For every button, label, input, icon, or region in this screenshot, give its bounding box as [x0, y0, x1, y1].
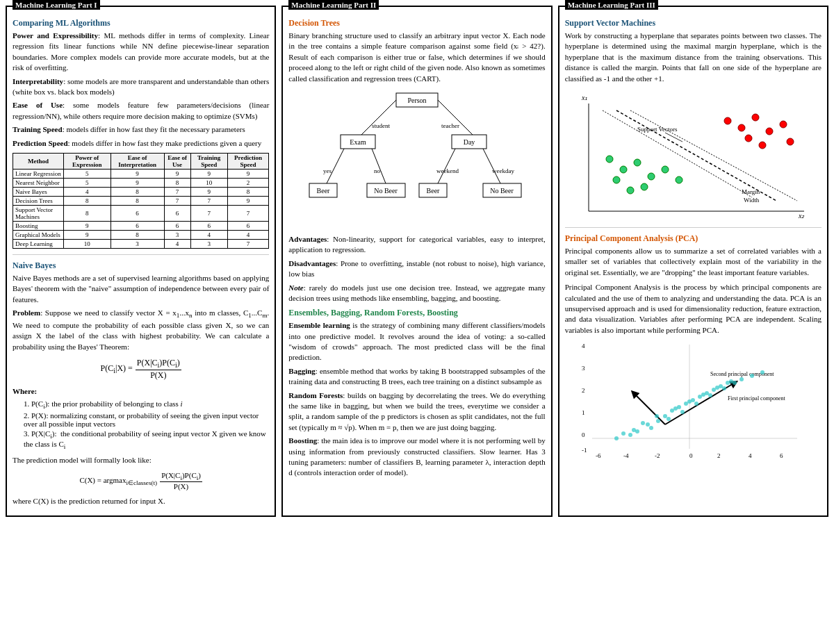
svg-point-94	[739, 377, 744, 381]
boosting: Boosting: the main idea is to improve ou…	[288, 436, 545, 479]
table-cell: 2	[227, 178, 269, 187]
disadvantages: Disadvantages: Prone to overfitting, ins…	[288, 258, 545, 280]
random-forests: Random Forests: builds on bagging by dec…	[288, 390, 545, 434]
svg-point-99	[701, 393, 705, 397]
algorithm-comparison-table: Method Power of Expression Ease of Inter…	[13, 153, 269, 249]
svg-text:Beer: Beer	[427, 187, 441, 195]
table-row: Naive Bayes48798	[13, 187, 269, 196]
svg-point-49	[662, 166, 669, 173]
table-cell: 5	[63, 169, 111, 178]
svg-line-30	[616, 110, 776, 201]
svg-point-44	[787, 138, 794, 145]
svg-point-74	[646, 422, 650, 427]
prediction-speed: Prediction Speed: models differ in how f…	[13, 138, 269, 149]
svg-text:No Beer: No Beer	[374, 187, 398, 195]
where-item-3: 3. P(X|Ci): the conditional probability …	[24, 429, 269, 450]
table-row: Graphical Models98344	[13, 230, 269, 239]
table-cell: 4	[63, 187, 111, 196]
svm-content: Work by constructing a hyperplane that s…	[565, 31, 821, 84]
svg-text:4: 4	[582, 342, 585, 349]
svg-point-45	[606, 156, 613, 163]
column-1: Machine Learning Part I Comparing ML Alg…	[6, 6, 276, 517]
table-cell: 9	[63, 230, 111, 239]
svg-text:3: 3	[582, 365, 585, 372]
svg-point-50	[613, 176, 620, 183]
svg-point-40	[766, 128, 773, 135]
pca-intro: Principal components allow us to summari…	[565, 246, 821, 278]
ease-of-use: Ease of Use: some models feature few par…	[13, 100, 269, 122]
table-cell: 8	[111, 187, 164, 196]
svg-text:x₁: x₁	[581, 94, 587, 101]
svg-line-15	[483, 149, 500, 183]
col-pred: Prediction Speed	[227, 153, 269, 169]
page-container: Machine Learning Part I Comparing ML Alg…	[0, 0, 834, 522]
svg-text:-6: -6	[596, 452, 601, 459]
svg-point-98	[687, 399, 692, 404]
svg-text:Person: Person	[407, 97, 426, 104]
table-cell: 5	[63, 178, 111, 187]
table-cell: Decision Trees	[13, 196, 64, 205]
advantages: Advantages: Non-linearity, support for c…	[288, 234, 545, 256]
col3-header: Machine Learning Part III	[565, 0, 658, 10]
svg-point-95	[641, 421, 645, 425]
table-cell: 7	[227, 239, 269, 248]
table-cell: 8	[227, 187, 269, 196]
svg-point-91	[708, 393, 712, 397]
svg-point-83	[712, 388, 716, 392]
naive-bayes-section: Naive Bayes Naive Bayes methods are a se…	[13, 261, 269, 507]
table-cell: 10	[63, 239, 111, 248]
svg-point-76	[663, 414, 667, 418]
svg-text:Exam: Exam	[350, 138, 366, 146]
table-row: Boosting96666	[13, 221, 269, 230]
table-cell: 9	[227, 169, 269, 178]
svg-point-51	[627, 187, 634, 194]
table-cell: Boosting	[13, 221, 64, 230]
svg-line-32	[630, 110, 797, 201]
svg-line-14	[438, 149, 455, 183]
prediction-intro: The prediction model will formally look …	[13, 455, 269, 465]
svg-text:First principal component: First principal component	[728, 395, 785, 402]
interpretability: Interpretability: some models are more t…	[13, 76, 269, 98]
svg-line-11	[372, 149, 386, 183]
table-cell: 6	[164, 221, 190, 230]
ensembles-title: Ensembles, Bagging, Random Forests, Boos…	[288, 308, 545, 318]
table-row: Nearest Neighbor598102	[13, 178, 269, 187]
table-cell: 7	[164, 187, 190, 196]
col-method: Method	[13, 153, 64, 169]
table-cell: 9	[190, 187, 227, 196]
svg-text:no: no	[374, 167, 381, 174]
pca-chart: 4 3 2 1 0 -1 -6 -4 -2 0 2 4 6	[565, 341, 821, 459]
svg-text:Day: Day	[464, 138, 475, 146]
table-cell: 4	[164, 239, 190, 248]
svg-point-77	[670, 408, 674, 413]
svg-point-38	[738, 124, 745, 131]
svg-text:-2: -2	[655, 452, 660, 459]
table-cell: 6	[111, 205, 164, 221]
svg-point-37	[724, 117, 731, 124]
col-training: Training Speed	[190, 153, 227, 169]
table-cell: 3	[164, 230, 190, 239]
svg-text:2: 2	[582, 387, 585, 394]
table-cell: 9	[63, 221, 111, 230]
pca-title: Principal Component Analysis (PCA)	[565, 233, 821, 244]
svm-svg: x₁ x₂ Support Vectors Margin Width	[575, 90, 811, 222]
table-row: Decision Trees88779	[13, 196, 269, 205]
table-cell: Support Vector Machines	[13, 205, 64, 221]
svg-line-10	[327, 149, 344, 183]
table-cell: 3	[190, 239, 227, 248]
svg-point-103	[760, 370, 764, 374]
col-ease: Ease of Use	[164, 153, 190, 169]
svg-text:1: 1	[582, 409, 585, 416]
table-cell: 4	[227, 230, 269, 239]
cx-description: where C(X) is the prediction returned fo…	[13, 496, 269, 506]
svg-text:Beer: Beer	[317, 187, 331, 195]
col-power: Power of Expression	[63, 153, 111, 169]
svg-text:x₂: x₂	[798, 212, 805, 220]
svg-point-102	[750, 374, 754, 378]
table-cell: 8	[164, 178, 190, 187]
svg-line-2	[361, 100, 396, 135]
where-label: Where:	[13, 386, 269, 397]
naive-bayes-intro: Naive Bayes methods are a set of supervi…	[13, 273, 269, 305]
svg-point-92	[722, 386, 726, 390]
svg-point-90	[694, 402, 698, 406]
